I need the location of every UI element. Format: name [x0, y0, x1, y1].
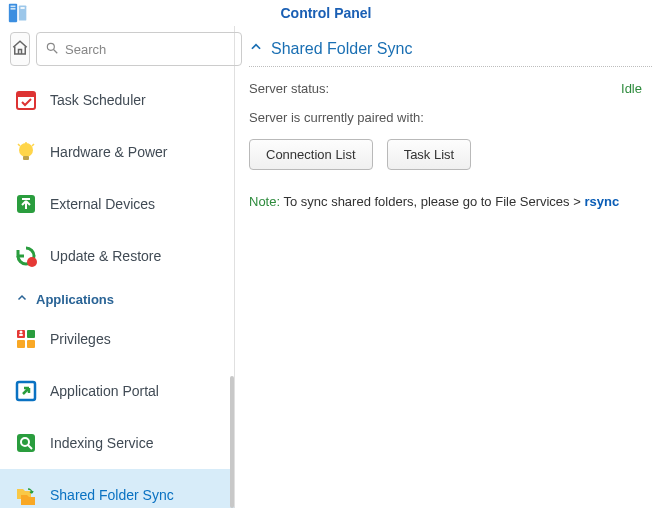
section-header-applications[interactable]: Applications: [0, 282, 234, 313]
svg-rect-21: [17, 434, 35, 452]
sidebar-item-hardware-power[interactable]: Hardware & Power: [0, 126, 234, 178]
note-prefix: Note:: [249, 194, 280, 209]
sidebar-item-label: Hardware & Power: [50, 144, 168, 160]
chevron-up-icon: [249, 40, 263, 58]
sidebar-item-external-devices[interactable]: External Devices: [0, 178, 234, 230]
svg-rect-8: [17, 92, 35, 97]
divider: [249, 66, 652, 67]
server-status-row: Server status: Idle: [249, 81, 652, 96]
svg-rect-12: [22, 198, 30, 200]
panel-title: Shared Folder Sync: [271, 40, 412, 58]
sidebar-item-task-scheduler[interactable]: Task Scheduler: [0, 74, 234, 126]
sidebar: Task Scheduler Hardware & Power: [0, 26, 235, 508]
svg-rect-10: [23, 156, 29, 160]
svg-point-5: [47, 43, 54, 50]
calendar-check-icon: [14, 88, 38, 112]
external-device-icon: [14, 192, 38, 216]
lightbulb-icon: [14, 140, 38, 164]
sidebar-item-application-portal[interactable]: Application Portal: [0, 365, 234, 417]
server-status-label: Server status:: [249, 81, 329, 96]
application-portal-icon: [14, 379, 38, 403]
window-title: Control Panel: [8, 5, 644, 21]
sidebar-item-update-restore[interactable]: Update & Restore: [0, 230, 234, 282]
svg-point-9: [19, 143, 33, 157]
section-label: Applications: [36, 292, 114, 307]
server-status-value: Idle: [621, 81, 642, 96]
svg-line-6: [54, 49, 58, 53]
svg-rect-15: [27, 330, 35, 338]
shared-folder-sync-icon: [14, 483, 38, 507]
update-restore-icon: [14, 244, 38, 268]
note-row: Note: To sync shared folders, please go …: [249, 194, 652, 209]
svg-rect-17: [27, 340, 35, 348]
panel-header[interactable]: Shared Folder Sync: [249, 40, 652, 66]
sidebar-item-shared-folder-sync[interactable]: Shared Folder Sync: [0, 469, 234, 508]
scrollbar-thumb[interactable]: [230, 376, 234, 508]
svg-point-13: [27, 257, 37, 267]
sidebar-item-indexing-service[interactable]: Indexing Service: [0, 417, 234, 469]
sidebar-item-label: Indexing Service: [50, 435, 154, 451]
svg-point-18: [20, 331, 23, 334]
titlebar: Control Panel: [0, 0, 652, 26]
privileges-icon: [14, 327, 38, 351]
chevron-up-icon: [16, 292, 28, 307]
home-button[interactable]: [10, 32, 30, 66]
rsync-link[interactable]: rsync: [584, 194, 619, 209]
home-icon: [11, 39, 29, 60]
paired-with-label: Server is currently paired with:: [249, 110, 652, 125]
connection-list-button[interactable]: Connection List: [249, 139, 373, 170]
note-text: To sync shared folders, please go to Fil…: [280, 194, 584, 209]
svg-rect-19: [19, 334, 23, 336]
search-icon: [45, 41, 59, 58]
nav-list: Task Scheduler Hardware & Power: [0, 74, 234, 508]
sidebar-item-label: Privileges: [50, 331, 111, 347]
main-panel: Shared Folder Sync Server status: Idle S…: [235, 26, 652, 508]
task-list-button[interactable]: Task List: [387, 139, 472, 170]
sidebar-item-label: Application Portal: [50, 383, 159, 399]
sidebar-item-label: Update & Restore: [50, 248, 161, 264]
sidebar-item-label: Task Scheduler: [50, 92, 146, 108]
search-box[interactable]: [36, 32, 242, 66]
search-input[interactable]: [65, 42, 233, 57]
sidebar-item-privileges[interactable]: Privileges: [0, 313, 234, 365]
indexing-icon: [14, 431, 38, 455]
svg-rect-16: [17, 340, 25, 348]
sidebar-item-label: External Devices: [50, 196, 155, 212]
sidebar-item-label: Shared Folder Sync: [50, 487, 174, 503]
